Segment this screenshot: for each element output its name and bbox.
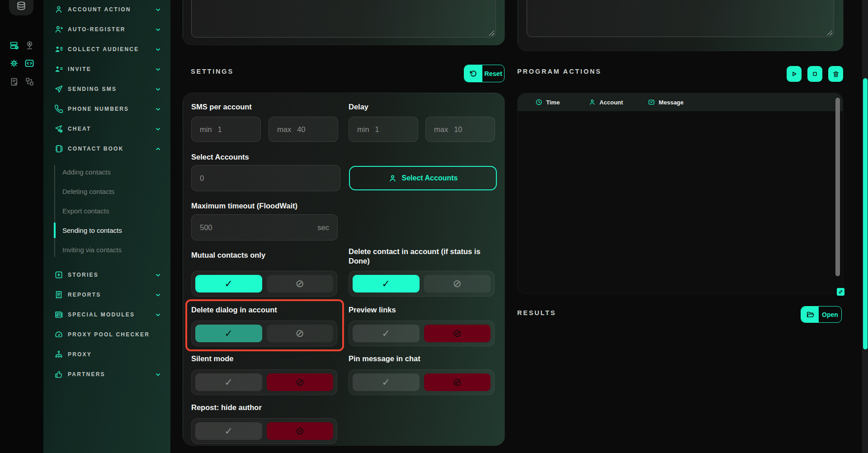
column-header-label: Account bbox=[599, 99, 623, 106]
reset-button[interactable]: Reset bbox=[464, 65, 505, 82]
trash-icon bbox=[832, 71, 840, 78]
check-option-button[interactable]: ✓ bbox=[353, 373, 420, 391]
input-prefix: min bbox=[357, 125, 369, 134]
max-timeout-input[interactable]: 500 sec bbox=[191, 214, 338, 241]
sidebar-item-label: Phone numbers bbox=[68, 106, 155, 112]
block-option-button[interactable]: ⊘ bbox=[424, 373, 491, 391]
table-scrollbar[interactable] bbox=[835, 98, 840, 276]
play-icon bbox=[791, 71, 797, 77]
table-body bbox=[518, 111, 843, 288]
sidebar-item-contact-book[interactable]: Contact book bbox=[43, 139, 170, 159]
check-option-button[interactable]: ✓ bbox=[353, 275, 420, 293]
check-option-button[interactable]: ✓ bbox=[353, 325, 420, 342]
sidebar-item-collect-audience[interactable]: Collect audience bbox=[43, 39, 170, 59]
results-title: RESULTS bbox=[517, 309, 556, 316]
toggle-label: Repost: hide author bbox=[191, 403, 262, 412]
sidebar-item-proxy-pool-checker[interactable]: Proxy pool checker bbox=[43, 325, 170, 344]
select-accounts-button[interactable]: Select Accounts bbox=[349, 166, 497, 190]
toggle-delete-contact-in-account: ✓ ⊘ bbox=[349, 271, 495, 297]
submenu-item-inviting-via-contacts[interactable]: Inviting via contacts bbox=[62, 240, 170, 260]
settings-title: SETTINGS bbox=[191, 68, 234, 75]
table-resize-handle[interactable] bbox=[837, 288, 844, 296]
chevron-down-icon bbox=[155, 371, 161, 378]
sidebar-item-cheat[interactable]: Cheat bbox=[43, 119, 170, 139]
select-accounts-button-label: Select Accounts bbox=[402, 174, 458, 182]
delete-button[interactable] bbox=[828, 66, 843, 82]
stop-button[interactable] bbox=[807, 66, 822, 82]
settings-top-textarea[interactable] bbox=[191, 0, 496, 38]
code-window-icon-button[interactable] bbox=[22, 54, 37, 72]
delay-label: Delay bbox=[349, 103, 368, 111]
submenu-item-deleting-contacts[interactable]: Deleting contacts bbox=[62, 182, 170, 201]
check-option-button[interactable]: ✓ bbox=[195, 325, 262, 342]
sidebar-item-account-action[interactable]: Account action bbox=[43, 0, 170, 19]
clock-icon bbox=[535, 99, 542, 106]
gear-icon-button[interactable] bbox=[6, 54, 22, 72]
chevron-up-icon bbox=[155, 146, 161, 152]
sidebar-item-proxy[interactable]: Proxy bbox=[43, 344, 170, 364]
submenu-item-sending-to-contacts[interactable]: Sending to contacts bbox=[62, 221, 170, 240]
sidebar-item-stories[interactable]: Stories bbox=[43, 265, 170, 285]
submenu-item-export-contacts[interactable]: Export contacts bbox=[62, 201, 170, 221]
server-check-icon-button[interactable] bbox=[6, 36, 22, 54]
check-icon: ✓ bbox=[382, 329, 390, 339]
page-scrollbar-thumb[interactable] bbox=[863, 78, 868, 349]
block-option-button[interactable]: ⊘ bbox=[424, 275, 491, 293]
block-option-button[interactable]: ⊘ bbox=[424, 325, 491, 342]
notebook-icon bbox=[54, 144, 63, 153]
open-results-button[interactable]: Open bbox=[801, 306, 842, 323]
delay-min-input[interactable]: min1 bbox=[349, 117, 418, 142]
sidebar-item-phone-numbers[interactable]: Phone numbers bbox=[43, 99, 170, 119]
program-top-textarea[interactable] bbox=[527, 0, 834, 37]
chevron-down-icon bbox=[155, 126, 161, 132]
stop-icon bbox=[811, 71, 818, 77]
block-icon: ⊘ bbox=[296, 426, 304, 436]
check-option-button[interactable]: ✓ bbox=[195, 275, 262, 293]
chevron-down-icon bbox=[155, 106, 161, 113]
sidebar-item-label: Reports bbox=[68, 292, 155, 298]
sms-max-input[interactable]: max40 bbox=[269, 117, 338, 142]
plus-square-icon bbox=[54, 270, 63, 279]
accounts-count-input[interactable]: 0 bbox=[191, 165, 340, 191]
sidebar-item-sending-sms[interactable]: Sending SMS bbox=[43, 79, 170, 99]
paper-plane-dot-icon bbox=[54, 124, 63, 133]
sms-min-input[interactable]: min1 bbox=[191, 117, 261, 142]
open-results-button-label: Open bbox=[819, 307, 841, 322]
check-option-button[interactable]: ✓ bbox=[195, 422, 262, 440]
submenu-item-adding-contacts[interactable]: Adding contacts bbox=[62, 162, 170, 182]
input-prefix: max bbox=[434, 125, 448, 134]
delay-max-input[interactable]: max10 bbox=[425, 117, 495, 142]
clipboard-check-icon-button[interactable] bbox=[6, 72, 22, 90]
toggle-label: Pin message in chat bbox=[349, 354, 420, 363]
input-suffix: sec bbox=[317, 223, 329, 232]
resize-arrow-icon bbox=[838, 289, 843, 294]
sidebar-item-auto-register[interactable]: Auto-register bbox=[43, 19, 170, 39]
toggle-repost-hide-author: ✓ ⊘ bbox=[191, 418, 337, 444]
sidebar-item-label: Sending SMS bbox=[68, 86, 155, 92]
check-option-button[interactable]: ✓ bbox=[195, 373, 262, 391]
toggle-silent-mode: ✓ ⊘ bbox=[191, 369, 337, 395]
block-icon: ⊘ bbox=[296, 328, 304, 339]
select-accounts-label: Select Accounts bbox=[191, 153, 249, 161]
toggle-label: Delete dialog in account bbox=[191, 306, 277, 314]
block-option-button[interactable]: ⊘ bbox=[267, 325, 334, 342]
program-actions-title: PROGRAM ACTIONS bbox=[517, 68, 601, 75]
newspaper-icon bbox=[54, 310, 63, 319]
sidebar-item-invite[interactable]: Invite bbox=[43, 59, 170, 79]
block-option-button[interactable]: ⊘ bbox=[267, 275, 334, 293]
submenu-item-label: Deleting contacts bbox=[62, 188, 114, 195]
block-option-button[interactable]: ⊘ bbox=[267, 373, 334, 391]
sidebar-item-partners[interactable]: Partners bbox=[43, 364, 170, 384]
column-header-label: Time bbox=[546, 99, 560, 106]
chevron-down-icon bbox=[155, 46, 161, 53]
database-button[interactable] bbox=[9, 0, 33, 15]
play-button[interactable] bbox=[787, 66, 802, 82]
swap-boxes-icon-button[interactable] bbox=[22, 72, 37, 90]
user-icon bbox=[54, 5, 63, 14]
table-header: Time Account Message bbox=[518, 93, 843, 111]
toggle-label: Delete contact in account (if status is … bbox=[349, 247, 498, 265]
user-camera-icon-button[interactable] bbox=[22, 36, 37, 54]
sidebar-item-special-modules[interactable]: Special modules bbox=[43, 305, 170, 325]
sidebar-item-reports[interactable]: Reports bbox=[43, 285, 170, 305]
block-option-button[interactable]: ⊘ bbox=[267, 422, 334, 440]
